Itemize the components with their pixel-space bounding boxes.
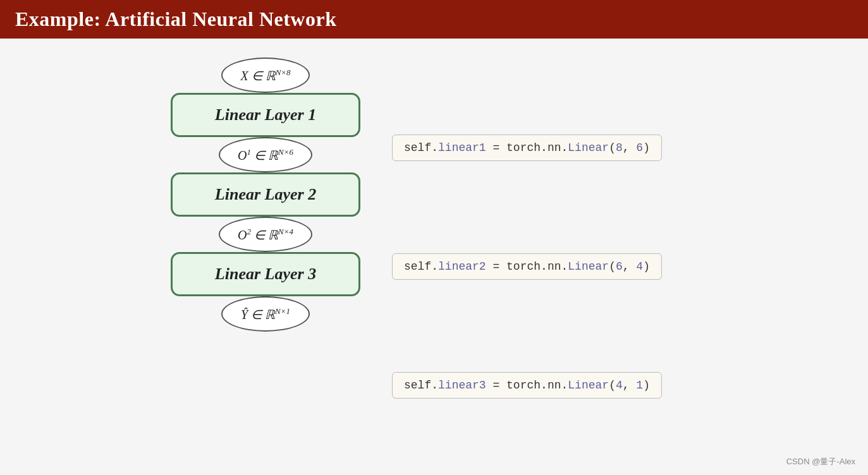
page-title: Example: Artificial Neural Network [15,8,336,30]
page-header: Example: Artificial Neural Network [0,0,868,39]
output1-node: O1 ∈ ℝN×6 [219,137,312,172]
code-box-3: self.linear3 = torch.nn.Linear(4, 1) [392,372,662,399]
layer-2-node: Linear Layer 2 [171,172,360,217]
watermark: CSDN @量子-Alex [786,456,855,467]
output2-node: O2 ∈ ℝN×4 [219,217,312,252]
input-node: X ∈ ℝN×8 [221,57,310,93]
code-box-1: self.linear1 = torch.nn.Linear(8, 6) [392,135,662,161]
layer-1-node: Linear Layer 1 [171,93,360,137]
output-yhat-node: Ŷ ∈ ℝN×1 [221,296,310,332]
layer-3-node: Linear Layer 3 [171,252,360,296]
main-content: X ∈ ℝN×8 Linear Layer 1 O1 ∈ ℝN×6 Linear… [0,39,868,473]
code-box-2: self.linear2 = torch.nn.Linear(6, 4) [392,253,662,280]
diagram-container: X ∈ ℝN×8 Linear Layer 1 O1 ∈ ℝN×6 Linear… [171,57,360,473]
